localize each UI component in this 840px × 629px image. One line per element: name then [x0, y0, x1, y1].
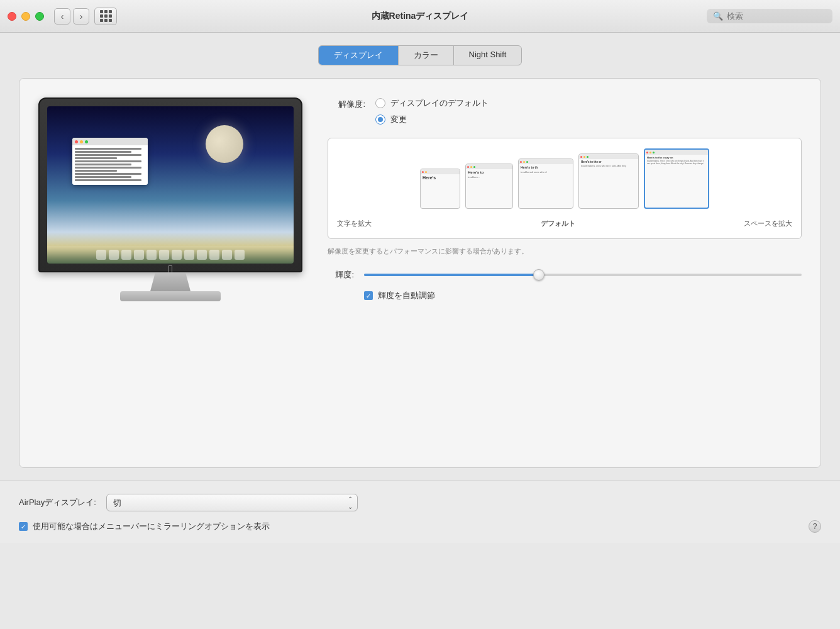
thumb-dot-g-3 — [526, 161, 528, 163]
moon-decoration — [206, 125, 243, 163]
radio-default[interactable]: ディスプレイのデフォルト — [375, 97, 489, 109]
dock-icon-4 — [134, 250, 144, 260]
mirror-label: 使用可能な場合はメニューバーにミラーリングオプションを表示 — [33, 521, 270, 532]
radio-options: ディスプレイのデフォルト 変更 — [375, 97, 489, 125]
thumb-dot-g-2 — [473, 166, 475, 168]
doc-titlebar — [72, 138, 148, 145]
thumb-body-2: troublem... — [468, 175, 511, 179]
thumb-titlebar-3 — [519, 159, 573, 164]
maximize-button[interactable] — [35, 12, 44, 21]
thumb-dot-r-5 — [646, 152, 648, 153]
monitor-screen — [47, 106, 294, 264]
forward-button[interactable]: › — [73, 8, 89, 25]
back-button[interactable]: ‹ — [54, 8, 70, 25]
brightness-thumb[interactable] — [533, 269, 544, 281]
mirror-row[interactable]: ✓ 使用可能な場合はメニューバーにミラーリングオプションを表示 — [19, 521, 270, 532]
help-button[interactable]: ? — [809, 520, 821, 533]
resolution-row: 解像度: ディスプレイのデフォルト 変更 — [328, 97, 802, 125]
main-content: ディスプレイ カラー Night Shift — [0, 33, 840, 481]
monitor-body:  — [38, 97, 302, 272]
auto-brightness-checkbox[interactable]: ✓ — [364, 291, 373, 300]
tab-display[interactable]: ディスプレイ — [319, 46, 399, 65]
thumb-heading-3: Here's to th — [521, 165, 571, 169]
thumb-content-1: Here's — [421, 174, 460, 182]
brightness-label: 輝度: — [328, 269, 354, 281]
thumb-4[interactable]: Here's to the cr troublemakers. ones who… — [578, 153, 639, 209]
brightness-row: 輝度: — [328, 269, 802, 281]
dock-icon-3 — [121, 250, 131, 260]
thumb-content-5: Here's to the crazy on troublemakers. Th… — [645, 155, 708, 167]
thumb-dot-y-5 — [649, 152, 651, 153]
radio-change[interactable]: 変更 — [375, 114, 489, 125]
close-button[interactable] — [8, 12, 16, 21]
scale-label-right: スペースを拡大 — [744, 219, 792, 228]
thumb-titlebar-1 — [421, 169, 460, 174]
resolution-label: 解像度: — [328, 97, 365, 110]
thumbnails-row: Here's Here's to troublem... — [334, 148, 795, 209]
thumb-heading-4: Here's to the cr — [581, 160, 636, 164]
brightness-slider-container[interactable] — [364, 269, 802, 281]
thumb-1[interactable]: Here's — [420, 169, 460, 209]
doc-close — [75, 140, 78, 143]
scale-label-left: 文字を拡大 — [337, 219, 372, 228]
thumb-5[interactable]: Here's to the crazy on troublemakers. Th… — [644, 148, 709, 209]
radio-circle-change — [375, 114, 385, 125]
thumb-titlebar-4 — [579, 154, 638, 159]
thumb-dot-r-4 — [580, 156, 582, 158]
airplay-dropdown-wrapper: 切 オン ⌃ ⌄ — [106, 494, 358, 511]
thumb-content-4: Here's to the cr troublemakers. ones who… — [579, 159, 638, 169]
thumb-dot-y-1 — [425, 171, 427, 173]
thumb-dot-y-2 — [470, 166, 472, 168]
thumb-content-3: Here's to th troublemak ones who d — [519, 164, 573, 175]
thumb-dot-r-3 — [520, 161, 522, 163]
search-icon: 🔍 — [713, 11, 723, 21]
airplay-label: AirPlayディスプレイ: — [19, 497, 96, 508]
thumb-2[interactable]: Here's to troublem... — [465, 164, 513, 209]
settings-section: 解像度: ディスプレイのデフォルト 変更 — [328, 97, 802, 448]
grid-button[interactable] — [94, 8, 117, 25]
nav-buttons: ‹ › — [54, 8, 89, 25]
content-panel:  解像度: ディスプレイのデフォルト — [19, 78, 821, 468]
performance-note: 解像度を変更するとパフォーマンスに影響する場合があります。 — [328, 247, 802, 256]
traffic-lights — [8, 12, 44, 21]
thumb-body-5: troublemakers. The ro ones who see thing… — [647, 160, 706, 165]
document-window — [72, 138, 148, 185]
dock-icon-11 — [222, 250, 232, 260]
dock-icon-6 — [159, 250, 169, 260]
auto-brightness-row[interactable]: ✓ 輝度を自動調節 — [364, 290, 802, 301]
thumb-3[interactable]: Here's to th troublemak ones who d — [518, 159, 573, 209]
monitor-base — [120, 291, 221, 301]
search-input[interactable] — [727, 11, 826, 21]
thumb-content-2: Here's to troublem... — [466, 169, 512, 180]
dock-taskbar — [47, 246, 294, 264]
segmented-control: ディスプレイ カラー Night Shift — [318, 45, 522, 65]
scale-label-center: デフォルト — [541, 219, 575, 228]
dock-icon-2 — [109, 250, 119, 260]
airplay-select[interactable]: 切 オン — [106, 494, 358, 511]
grid-icon — [100, 10, 112, 22]
thumb-titlebar-2 — [466, 164, 512, 169]
mirror-checkbox[interactable]: ✓ — [19, 522, 28, 531]
search-bar[interactable]: 🔍 — [707, 9, 832, 23]
dock-icon-12 — [235, 250, 245, 260]
monitor-wrapper:  — [38, 97, 302, 301]
thumb-dot-g-5 — [653, 152, 655, 153]
dock-icon-9 — [197, 250, 207, 260]
minimize-button[interactable] — [21, 12, 30, 21]
tab-color[interactable]: カラー — [399, 46, 454, 65]
dock-icon-5 — [146, 250, 157, 260]
tab-night-shift[interactable]: Night Shift — [454, 46, 522, 65]
radio-circle-default — [375, 98, 385, 108]
tabs-container: ディスプレイ カラー Night Shift — [19, 45, 821, 65]
bottom-section: AirPlayディスプレイ: 切 オン ⌃ ⌄ ✓ 使用可能な場合はメニューバー… — [0, 481, 840, 543]
radio-inner — [378, 117, 383, 122]
thumb-titlebar-5 — [645, 150, 708, 155]
monitor-section:  — [38, 97, 302, 448]
doc-minimize — [80, 140, 83, 143]
dock-icon-1 — [96, 250, 106, 260]
radio-label-change: 変更 — [390, 114, 407, 125]
titlebar: ‹ › 内蔵Retinaディスプレイ 🔍 — [0, 0, 840, 33]
scale-labels: 文字を拡大 デフォルト スペースを拡大 — [334, 219, 795, 228]
thumb-body-3: troublemak ones who d — [521, 170, 571, 174]
dock-icon-7 — [172, 250, 182, 260]
